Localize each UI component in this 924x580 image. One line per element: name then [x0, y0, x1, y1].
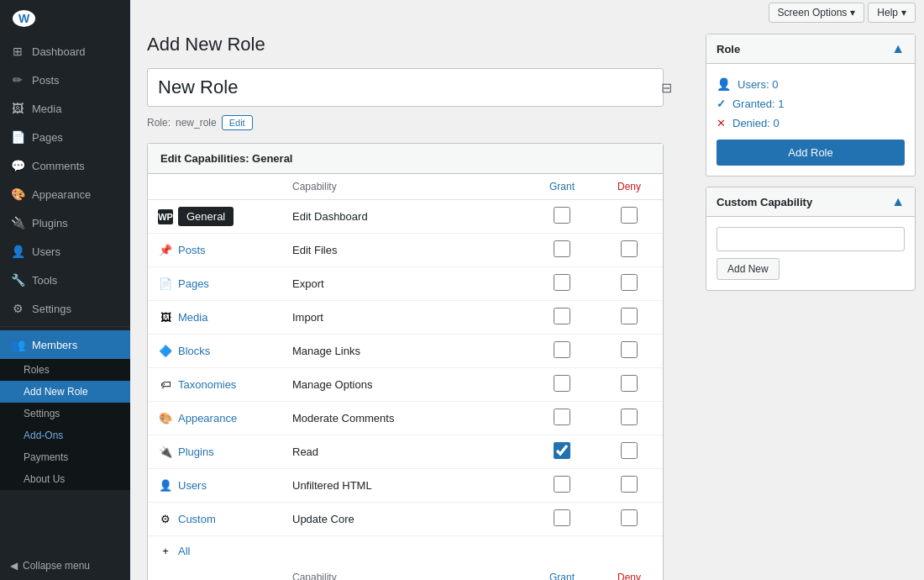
deny-checkbox[interactable]	[621, 207, 638, 224]
sidebar-item-settings[interactable]: ⚙ Settings	[0, 294, 130, 323]
collapse-menu-button[interactable]: ◀ Collapse menu	[0, 551, 130, 580]
grant-checkbox[interactable]	[554, 240, 570, 257]
grant-checkbox[interactable]	[554, 341, 570, 358]
sidebar-item-members[interactable]: 👥 Members	[0, 330, 130, 359]
col-capability-header: Capability	[282, 174, 528, 200]
settings-icon: ⚙	[10, 301, 25, 316]
deny-checkbox[interactable]	[621, 476, 638, 493]
sidebar-item-pages[interactable]: 📄 Pages	[0, 123, 130, 151]
grant-checkbox[interactable]	[554, 476, 570, 493]
sidebar-item-appearance[interactable]: 🎨 Appearance	[0, 180, 130, 208]
plugins-icon: 🔌	[10, 215, 25, 230]
custom-capability-panel: Custom Capability ▲ Add New	[706, 187, 916, 291]
cat-icon-plugins: 🔌	[158, 445, 173, 460]
role-panel-header: Role ▲	[706, 34, 915, 64]
cat-link-blocks[interactable]: Blocks	[178, 345, 210, 357]
cat-icon-taxonomies: 🏷	[158, 377, 173, 393]
custom-capability-input[interactable]	[717, 227, 905, 251]
grant-checkbox[interactable]	[554, 375, 570, 392]
grant-checkbox[interactable]	[554, 442, 570, 459]
role-name-wrap: ⊟	[147, 68, 680, 107]
help-button[interactable]: Help ▾	[868, 3, 916, 23]
grant-checkbox[interactable]	[554, 274, 570, 291]
cat-link-plugins[interactable]: Plugins	[178, 446, 214, 458]
sidebar-item-media[interactable]: 🖼 Media	[0, 94, 130, 123]
cat-link-all[interactable]: All	[178, 545, 190, 557]
grant-checkbox[interactable]	[554, 409, 570, 425]
col-deny-header: Deny	[596, 174, 663, 200]
role-panel-toggle[interactable]: ▲	[891, 41, 905, 56]
cap-name: Update Core	[282, 503, 528, 536]
cat-link-media[interactable]: Media	[178, 311, 207, 324]
cat-link-users[interactable]: Users	[178, 479, 207, 492]
edit-slug-button[interactable]: Edit	[222, 115, 253, 130]
deny-checkbox[interactable]	[621, 308, 638, 324]
capabilities-table: Capability Grant Deny WPGeneralEdit Dash…	[148, 174, 663, 580]
denied-stat: ✕ Denied: 0	[717, 113, 905, 133]
cat-icon-media: 🖼	[158, 310, 173, 325]
cat-link-pages[interactable]: Pages	[178, 277, 209, 290]
deny-checkbox[interactable]	[621, 442, 638, 459]
submenu-item-roles[interactable]: Roles	[0, 359, 130, 381]
role-name-input[interactable]	[147, 68, 664, 107]
main-content: Add New Role ⊟ Role: new_role Edit Edit …	[130, 0, 697, 580]
deny-checkbox[interactable]	[621, 509, 638, 526]
cap-name: Edit Files	[282, 234, 528, 267]
screen-options-label: Screen Options	[778, 7, 848, 18]
role-slug-label: Role:	[147, 117, 171, 129]
cat-label-general[interactable]: General	[178, 207, 234, 226]
cat-icon-all: +	[158, 543, 173, 558]
deny-checkbox[interactable]	[621, 240, 638, 257]
screen-options-arrow-icon: ▾	[850, 7, 855, 18]
add-role-button[interactable]: Add Role	[717, 140, 905, 166]
screen-options-button[interactable]: Screen Options ▾	[769, 3, 865, 23]
submenu-item-add-new-role[interactable]: Add New Role	[0, 381, 130, 403]
cap-name: Export	[282, 267, 528, 301]
sidebar-item-comments[interactable]: 💬 Comments	[0, 151, 130, 180]
submenu-item-settings[interactable]: Settings	[0, 403, 130, 424]
role-slug: Role: new_role Edit	[147, 115, 680, 130]
cat-link-taxonomies[interactable]: Taxonomies	[178, 378, 236, 391]
submenu-item-add-ons[interactable]: Add-Ons	[0, 424, 130, 446]
deny-checkbox[interactable]	[621, 375, 638, 392]
role-name-icon-button[interactable]: ⊟	[661, 80, 672, 96]
deny-checkbox[interactable]	[621, 341, 638, 358]
sidebar-item-posts[interactable]: ✏ Posts	[0, 66, 130, 94]
cat-link-custom[interactable]: Custom	[178, 513, 216, 525]
granted-stat-label: Granted: 1	[732, 98, 784, 110]
cat-link-appearance[interactable]: Appearance	[178, 412, 237, 424]
grant-checkbox[interactable]	[554, 509, 570, 526]
page-title: Add New Role	[147, 34, 680, 55]
grant-checkbox[interactable]	[554, 308, 570, 324]
granted-stat: ✓ Granted: 1	[717, 94, 905, 113]
cat-icon-pages: 📄	[158, 277, 173, 292]
cat-icon-general: WP	[158, 209, 173, 224]
grant-checkbox[interactable]	[554, 207, 570, 224]
submenu-item-about-us[interactable]: About Us	[0, 468, 130, 490]
sidebar-item-users[interactable]: 👤 Users	[0, 237, 130, 266]
posts-icon: ✏	[10, 72, 25, 87]
cat-icon-appearance: 🎨	[158, 411, 173, 426]
deny-checkbox[interactable]	[621, 274, 638, 291]
media-icon: 🖼	[10, 101, 25, 116]
sidebar-item-tools[interactable]: 🔧 Tools	[0, 266, 130, 294]
dashboard-icon: ⊞	[10, 44, 25, 59]
sidebar-item-plugins[interactable]: 🔌 Plugins	[0, 208, 130, 237]
pages-icon: 📄	[10, 129, 25, 145]
users-stat: 👤 Users: 0	[717, 74, 905, 94]
cat-icon-custom: ⚙	[158, 512, 173, 527]
submenu-item-payments[interactable]: Payments	[0, 446, 130, 468]
sidebar-item-dashboard[interactable]: ⊞ Dashboard	[0, 37, 130, 66]
members-icon: 👥	[10, 337, 25, 352]
denied-stat-icon: ✕	[717, 117, 726, 129]
footer-capability: Capability	[282, 565, 528, 580]
cat-icon-blocks: 🔷	[158, 344, 173, 359]
comments-icon: 💬	[10, 158, 25, 173]
granted-stat-icon: ✓	[717, 98, 726, 110]
cap-name: Import	[282, 301, 528, 335]
add-new-capability-button[interactable]: Add New	[717, 258, 780, 280]
deny-checkbox[interactable]	[621, 409, 638, 425]
cat-link-posts[interactable]: Posts	[178, 244, 206, 256]
custom-capability-toggle[interactable]: ▲	[891, 194, 905, 209]
role-slug-value: new_role	[176, 117, 217, 129]
